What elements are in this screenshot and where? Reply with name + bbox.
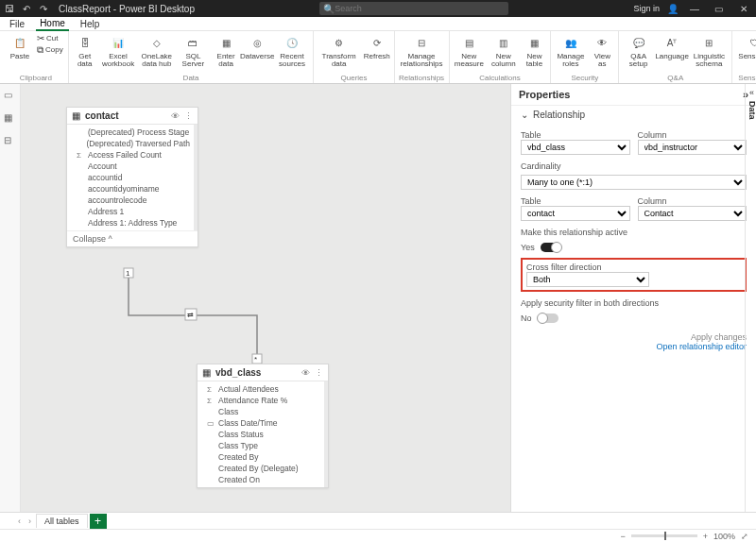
table2-select[interactable]: contact (521, 206, 630, 221)
column2-select[interactable]: Contact (638, 206, 747, 221)
field-item[interactable]: (Deprecated) Process Stage (77, 127, 190, 138)
zoom-out-button[interactable]: − (620, 532, 625, 541)
excel-button[interactable]: 📊Excel workbook (100, 33, 137, 73)
column1-select[interactable]: vbd_instructor (638, 140, 747, 155)
new-table-button[interactable]: ▦New table (521, 33, 547, 73)
active-toggle[interactable] (541, 243, 561, 252)
field-item[interactable]: ΣAccess Failed Count (77, 149, 190, 161)
properties-header: Properties » (511, 84, 756, 106)
dataverse-button[interactable]: ◎Dataverse (243, 33, 272, 73)
enter-data-button[interactable]: ▦Enter data (212, 33, 241, 73)
table-card-contact[interactable]: ▦ contact 👁 ⋮ (Deprecated) Process Stage… (66, 107, 198, 247)
collapse-link[interactable]: Collapse ^ (67, 230, 198, 246)
newtable-icon: ▦ (525, 34, 542, 51)
field-item[interactable]: Address 1 (77, 206, 190, 217)
visibility-icon[interactable]: 👁 (301, 368, 310, 378)
view-as-button[interactable]: 👁View as (589, 33, 615, 73)
field-item[interactable]: Address 1: Address Type (77, 217, 190, 229)
search-input[interactable] (335, 4, 505, 13)
paste-button[interactable]: 📋 Paste (7, 33, 33, 73)
sensitivity-button[interactable]: 🛡Sensitivity (735, 33, 756, 73)
field-item[interactable]: (Deprecated) Traversed Path (77, 138, 190, 149)
tab-scroll-right[interactable]: › (26, 517, 34, 526)
linguistic-schema-button[interactable]: ⊞Linguistic schema (689, 33, 729, 73)
field-item[interactable]: ΣActual Attendees (207, 383, 320, 395)
field-item[interactable]: Account (77, 161, 190, 172)
field-label: accountrolecode (88, 195, 146, 205)
close-button[interactable]: ✕ (735, 2, 752, 15)
qa-icon: 💬 (630, 34, 647, 51)
manage-relationships-button[interactable]: ⊟Manage relationships (398, 33, 446, 73)
cross-filter-select[interactable]: Both (526, 272, 649, 287)
undo-icon[interactable]: ↶ (21, 3, 32, 14)
more-icon[interactable]: ⋮ (184, 111, 193, 121)
open-relationship-editor-link[interactable]: Open relationship editor (521, 342, 747, 351)
field-item[interactable]: ▭Class Date/Time (207, 417, 320, 429)
more-icon[interactable]: ⋮ (315, 368, 323, 378)
manage-roles-button[interactable]: 👥Manage roles (554, 33, 587, 73)
maximize-button[interactable]: ▭ (711, 2, 728, 15)
relationship-section-header[interactable]: ⌄ Relationship (511, 106, 756, 124)
side-tab-data[interactable]: « Data (745, 84, 756, 512)
field-item[interactable]: Created By (207, 451, 320, 463)
new-measure-button[interactable]: ▤New measure (453, 33, 487, 73)
refresh-button[interactable]: ⟳Refresh (363, 33, 391, 73)
table1-select[interactable]: vbd_class (521, 140, 630, 155)
add-tab-button[interactable]: + (90, 514, 107, 529)
onelake-button[interactable]: ◇OneLake data hub (138, 33, 175, 73)
tab-all-tables[interactable]: All tables (36, 514, 88, 528)
transform-data-button[interactable]: ⚙Transform data (317, 33, 361, 73)
field-item[interactable]: accountrolecode (77, 195, 190, 206)
redo-icon[interactable]: ↷ (38, 3, 49, 14)
field-item[interactable]: Created On (207, 474, 320, 485)
visibility-icon[interactable]: 👁 (171, 111, 180, 121)
data-view-icon[interactable]: ▦ (4, 112, 17, 126)
tab-scroll-left[interactable]: ‹ (15, 517, 24, 526)
minimize-button[interactable]: — (686, 2, 703, 15)
transform-icon: ⚙ (331, 34, 348, 51)
field-item[interactable]: ΣAttendance Rate % (207, 395, 320, 406)
cardinality-select[interactable]: Many to one (*:1) (521, 175, 747, 190)
global-search[interactable]: 🔍 (319, 2, 508, 15)
field-item[interactable]: Class (207, 406, 320, 417)
recent-sources-button[interactable]: 🕓Recent sources (274, 33, 311, 73)
copy-button[interactable]: ⧉Copy (35, 44, 65, 56)
new-column-button[interactable]: ▥New column (488, 33, 519, 73)
field-item[interactable]: Created By (Delegate) (207, 463, 320, 474)
field-label: (Deprecated) Process Stage (88, 127, 189, 137)
sign-in-link[interactable]: Sign in (633, 4, 660, 13)
zoom-in-button[interactable]: + (703, 532, 708, 541)
model-view-icon[interactable]: ⊟ (4, 135, 17, 148)
field-item[interactable]: Class Status (207, 429, 320, 440)
menu-help[interactable]: Help (77, 18, 104, 30)
qa-setup-button[interactable]: 💬Q&A setup (622, 33, 655, 73)
field-item[interactable]: Class Type (207, 440, 320, 451)
table-card-vbd-class[interactable]: ▦ vbd_class 👁 ⋮ ΣActual AttendeesΣAttend… (197, 364, 329, 488)
clipboard-icon: 📋 (11, 34, 28, 51)
svg-rect-0 (124, 268, 133, 278)
language-button[interactable]: AᵀLanguage (657, 33, 688, 73)
card-header: ▦ contact 👁 ⋮ (67, 108, 198, 125)
zoom-slider[interactable] (631, 534, 697, 537)
model-canvas[interactable]: 1 ⇄ * ▦ contact 👁 ⋮ (Deprecated) Process… (21, 84, 510, 512)
field-label: Created By (218, 452, 259, 462)
status-bar: − + 100% ⤢ (0, 529, 756, 542)
field-label: Attendance Rate % (218, 396, 287, 405)
chevron-up-icon: ^ (109, 234, 112, 244)
save-icon[interactable]: 🖫 (4, 3, 15, 14)
search-icon: 🔍 (323, 3, 335, 14)
field-item[interactable]: accountid (77, 172, 190, 183)
left-rail: ▭ ▦ ⊟ (0, 84, 21, 512)
fit-to-page-button[interactable]: ⤢ (741, 532, 748, 541)
cut-button[interactable]: ✂Cut (35, 33, 65, 43)
menu-file[interactable]: File (6, 18, 28, 30)
sql-button[interactable]: 🗃SQL Server (177, 33, 209, 73)
get-data-button[interactable]: 🗄Get data (72, 33, 98, 73)
menu-home[interactable]: Home (36, 17, 69, 31)
svg-rect-2 (185, 309, 197, 320)
security-filter-toggle[interactable] (538, 313, 558, 323)
report-view-icon[interactable]: ▭ (4, 90, 17, 103)
field-item[interactable]: accountidyominame (77, 183, 190, 195)
dataverse-icon: ◎ (249, 34, 266, 51)
user-icon[interactable]: 👤 (667, 3, 679, 14)
